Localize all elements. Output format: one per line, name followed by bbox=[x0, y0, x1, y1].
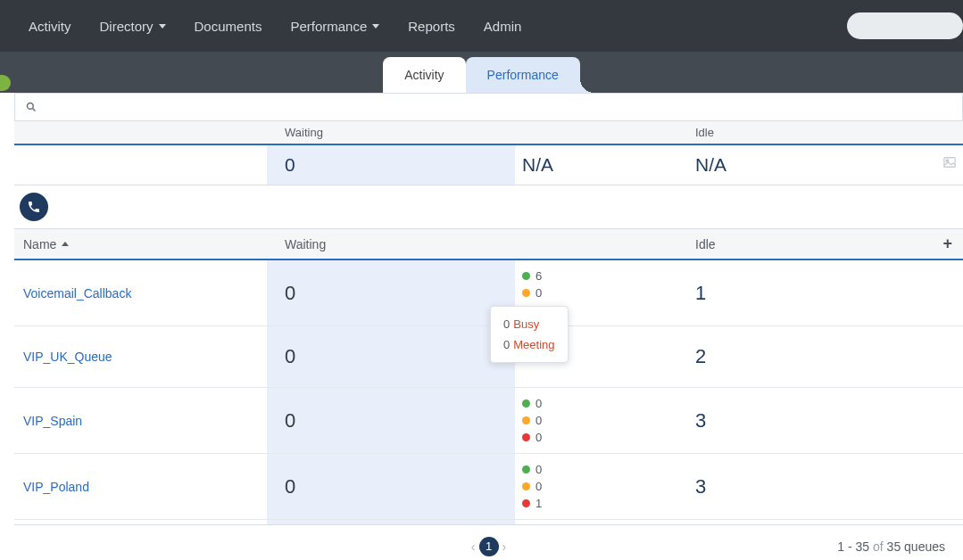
svg-point-3 bbox=[946, 160, 949, 162]
tooltip-busy-count: 0 bbox=[503, 317, 510, 331]
status-yellow: 0 bbox=[522, 480, 542, 493]
tooltip-busy-label: Busy bbox=[513, 317, 539, 331]
caret-down-icon bbox=[372, 24, 379, 29]
red-dot-icon bbox=[522, 433, 530, 441]
summary-header-waiting: Waiting bbox=[267, 121, 515, 144]
tab-activity[interactable]: Activity bbox=[383, 57, 465, 93]
green-dot-icon bbox=[522, 399, 530, 408]
table-row: VIP_Spain00003 bbox=[14, 388, 963, 454]
svg-line-1 bbox=[33, 109, 36, 111]
idle-value: 3 bbox=[681, 388, 963, 453]
yellow-dot-icon bbox=[522, 416, 530, 424]
tooltip-meeting-label: Meeting bbox=[513, 338, 554, 351]
table-row: Voicemail_Callback06001 bbox=[14, 260, 963, 326]
search-icon[interactable] bbox=[26, 102, 37, 112]
nav-admin[interactable]: Admin bbox=[484, 19, 522, 34]
nav-performance[interactable]: Performance bbox=[290, 19, 379, 34]
queue-name-link[interactable]: Voicemail_Callback bbox=[14, 260, 267, 325]
add-column-button[interactable]: + bbox=[942, 235, 952, 253]
summary-row: 0 N/A N/A bbox=[14, 145, 963, 185]
table-header: Name Waiting Idle + bbox=[14, 228, 963, 260]
idle-value: 3 bbox=[681, 454, 963, 519]
summary-mid-value: N/A bbox=[515, 145, 681, 185]
waiting-value: 0 bbox=[267, 388, 515, 453]
yellow-dot-icon bbox=[522, 482, 530, 490]
nav-directory[interactable]: Directory bbox=[100, 19, 166, 34]
header-waiting[interactable]: Waiting bbox=[267, 237, 515, 251]
global-search-input[interactable] bbox=[847, 12, 963, 39]
summary-header-idle: Idle bbox=[681, 121, 963, 144]
status-yellow: 0 bbox=[522, 286, 542, 300]
svg-point-0 bbox=[28, 103, 34, 110]
table-row: VIP_UK_Queue02 bbox=[14, 326, 963, 388]
tab-performance[interactable]: Performance bbox=[466, 57, 580, 93]
page-prev-button[interactable]: ‹ bbox=[471, 539, 476, 554]
nav-reports[interactable]: Reports bbox=[408, 19, 455, 34]
page-next-button[interactable]: › bbox=[502, 539, 507, 554]
tooltip-meeting-count: 0 bbox=[503, 338, 510, 351]
waiting-value: 0 bbox=[267, 454, 515, 519]
status-green: 0 bbox=[522, 463, 542, 476]
queue-name-link[interactable]: VIP_UK_Queue bbox=[14, 326, 267, 387]
svg-rect-2 bbox=[944, 158, 955, 168]
yellow-dot-icon bbox=[522, 289, 530, 297]
queue-name-link[interactable]: VIP_Poland bbox=[14, 454, 267, 519]
waiting-value: 0 bbox=[267, 260, 515, 325]
page-info: 1 - 35 of 35 queues bbox=[837, 539, 945, 554]
table-body[interactable]: Voicemail_Callback06001VIP_UK_Queue02VIP… bbox=[14, 260, 963, 524]
status-yellow: 0 bbox=[522, 414, 542, 427]
idle-value: 2 bbox=[681, 326, 963, 387]
nav-documents[interactable]: Documents bbox=[195, 19, 262, 34]
status-green: 6 bbox=[522, 269, 542, 283]
queue-name-link[interactable]: VIP_Spain bbox=[14, 388, 267, 453]
page-current[interactable]: 1 bbox=[479, 537, 499, 556]
phone-icon[interactable] bbox=[20, 193, 48, 221]
green-dot-icon bbox=[522, 272, 530, 280]
nav-activity[interactable]: Activity bbox=[29, 19, 71, 34]
content-area: Waiting Idle 0 N/A N/A Name Waiting Idle… bbox=[14, 93, 963, 560]
status-indicator bbox=[0, 75, 11, 91]
status-red: 0 bbox=[522, 431, 542, 444]
table-row: VIP_Poland00013 bbox=[14, 454, 963, 520]
summary-waiting-value: 0 bbox=[267, 145, 515, 185]
top-nav: Activity Directory Documents Performance… bbox=[0, 0, 963, 52]
status-cell: 000 bbox=[515, 388, 681, 453]
header-name[interactable]: Name bbox=[14, 237, 267, 251]
sort-asc-icon bbox=[62, 242, 69, 246]
caret-down-icon bbox=[159, 24, 166, 29]
status-green: 0 bbox=[522, 397, 542, 410]
status-tooltip: 0 Busy 0 Meeting bbox=[490, 306, 569, 363]
status-cell: 001 bbox=[515, 454, 681, 519]
header-idle[interactable]: Idle bbox=[681, 237, 963, 251]
table-search-row bbox=[14, 93, 963, 120]
summary-idle-value: N/A bbox=[681, 145, 963, 185]
status-red: 1 bbox=[522, 497, 542, 510]
idle-value: 1 bbox=[681, 260, 963, 325]
pagination: ‹ 1 › 1 - 35 of 35 queues bbox=[14, 524, 963, 560]
waiting-value: 0 bbox=[267, 326, 515, 387]
red-dot-icon bbox=[522, 499, 530, 507]
sub-nav: Activity Performance bbox=[0, 52, 963, 93]
sub-tabs: Activity Performance bbox=[383, 57, 580, 93]
green-dot-icon bbox=[522, 465, 530, 474]
image-icon[interactable] bbox=[943, 156, 956, 169]
summary-header: Waiting Idle bbox=[14, 120, 963, 145]
